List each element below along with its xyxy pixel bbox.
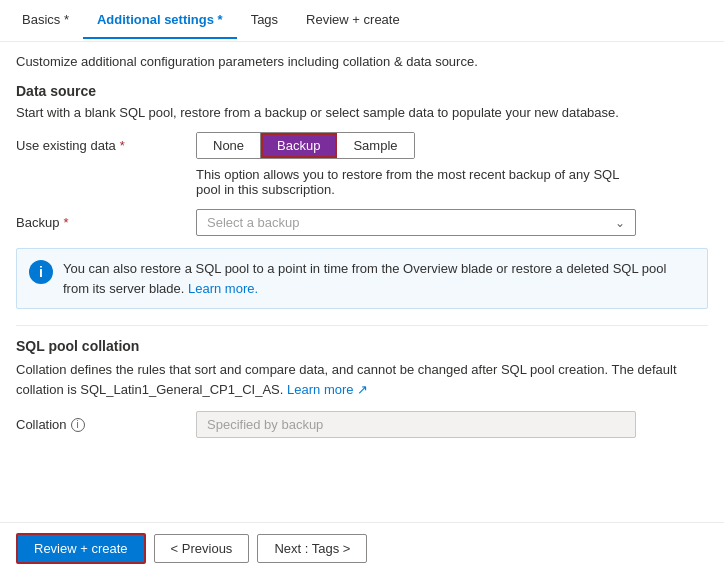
required-star: * (120, 138, 125, 153)
backup-placeholder: Select a backup (207, 215, 300, 230)
footer: Review + create < Previous Next : Tags > (0, 522, 724, 574)
previous-button[interactable]: < Previous (154, 534, 250, 563)
divider (16, 325, 708, 326)
main-content: Customize additional configuration param… (0, 42, 724, 522)
backup-control[interactable]: Select a backup ⌄ (196, 209, 636, 236)
chevron-down-icon: ⌄ (615, 216, 625, 230)
collation-title: SQL pool collation (16, 338, 708, 354)
data-source-title: Data source (16, 83, 708, 99)
info-learn-more-link[interactable]: Learn more. (188, 281, 258, 296)
collation-info-icon[interactable]: i (71, 418, 85, 432)
tab-additional-settings[interactable]: Additional settings * (83, 2, 237, 39)
collation-desc: Collation defines the rules that sort an… (16, 360, 708, 399)
collation-learn-more-link[interactable]: Learn more ↗ (287, 382, 368, 397)
tabs-bar: Basics * Additional settings * Tags Revi… (0, 0, 724, 42)
option-sample[interactable]: Sample (337, 133, 413, 158)
backup-required-star: * (63, 215, 68, 230)
option-backup[interactable]: Backup (261, 133, 337, 158)
option-none[interactable]: None (197, 133, 261, 158)
use-existing-control: None Backup Sample This option allows yo… (196, 132, 708, 197)
use-existing-row: Use existing data * None Backup Sample T… (16, 132, 708, 197)
radio-group: None Backup Sample (196, 132, 415, 159)
tab-review-create[interactable]: Review + create (292, 2, 414, 39)
review-create-button[interactable]: Review + create (16, 533, 146, 564)
next-button[interactable]: Next : Tags > (257, 534, 367, 563)
use-existing-label: Use existing data * (16, 132, 196, 153)
backup-label: Backup * (16, 209, 196, 230)
intro-text: Customize additional configuration param… (16, 54, 708, 69)
tab-tags[interactable]: Tags (237, 2, 292, 39)
collation-label: Collation i (16, 411, 196, 432)
collation-field-row: Collation i Specified by backup (16, 411, 708, 438)
info-box: i You can also restore a SQL pool to a p… (16, 248, 708, 309)
collation-section: SQL pool collation Collation defines the… (16, 338, 708, 438)
data-source-section: Data source Start with a blank SQL pool,… (16, 83, 708, 236)
collation-input: Specified by backup (196, 411, 636, 438)
backup-description: This option allows you to restore from t… (196, 167, 636, 197)
tab-basics[interactable]: Basics * (8, 2, 83, 39)
info-icon: i (29, 260, 53, 284)
data-source-desc: Start with a blank SQL pool, restore fro… (16, 105, 708, 120)
backup-select-row: Backup * Select a backup ⌄ (16, 209, 708, 236)
info-text: You can also restore a SQL pool to a poi… (63, 259, 695, 298)
